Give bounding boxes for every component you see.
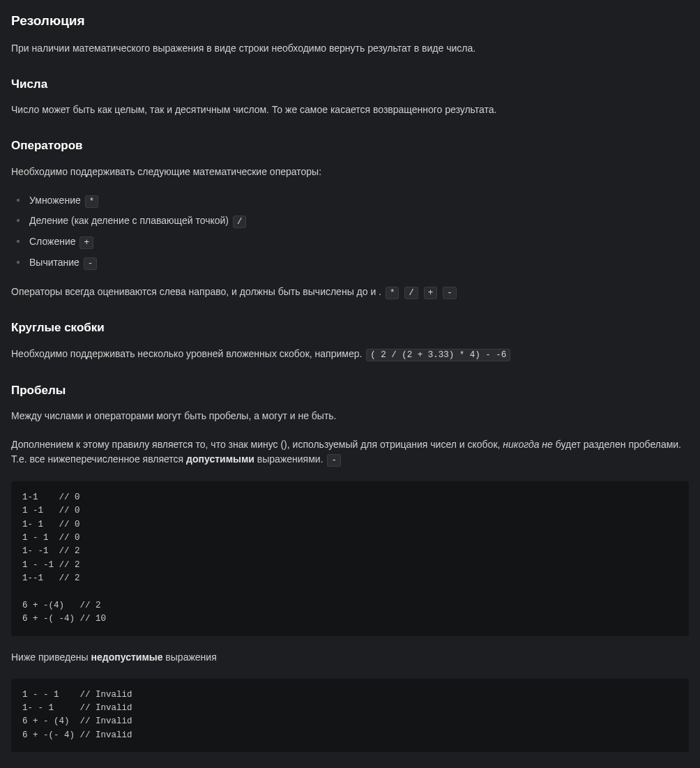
list-item-label: Сложение <box>29 236 76 247</box>
spaces-p2-a: Дополнением к этому правилу является то,… <box>11 439 503 450</box>
spaces-p2-strong: допустимыми <box>186 453 254 465</box>
resolution-section: Резолюция При наличии математического вы… <box>11 11 689 56</box>
operators-note: Операторы всегда оцениваются слева напра… <box>11 285 689 300</box>
spaces-p2: Дополнением к этому правилу является то,… <box>11 437 689 467</box>
invalid-intro-strong: недопустимые <box>91 652 163 663</box>
inline-code: - <box>84 257 98 270</box>
numbers-heading: Числа <box>11 75 689 93</box>
list-item: Вычитание - <box>11 255 689 271</box>
resolution-heading: Резолюция <box>11 11 689 31</box>
numbers-section: Числа Число может быть как целым, так и … <box>11 75 689 118</box>
invalid-intro: Ниже приведены недопустимые выражения <box>11 650 689 665</box>
operators-intro: Необходимо поддерживать следующие матема… <box>11 165 689 179</box>
inline-code: + <box>424 287 438 299</box>
list-item-label: Вычитание <box>29 257 79 268</box>
valid-examples-code: 1-1 // 0 1 -1 // 0 1- 1 // 0 1 - 1 // 0 … <box>11 481 689 636</box>
list-item: Деление (как деление с плавающей точкой)… <box>11 213 689 229</box>
parens-heading: Круглые скобки <box>11 319 689 337</box>
operators-section: Операторов Необходимо поддерживать следу… <box>11 137 689 299</box>
parens-section: Круглые скобки Необходимо поддерживать н… <box>11 319 689 361</box>
parens-text: Необходимо поддерживать несколько уровне… <box>11 347 689 362</box>
list-item: Сложение + <box>11 234 689 250</box>
operators-note-text: Операторы всегда оцениваются слева напра… <box>11 286 381 297</box>
list-item: Умножение * <box>11 193 689 209</box>
operators-list: Умножение * Деление (как деление с плава… <box>11 193 689 271</box>
invalid-intro-a: Ниже приведены <box>11 652 91 663</box>
invalid-intro-b: выражения <box>162 652 216 663</box>
resolution-text: При наличии математического выражения в … <box>11 41 689 56</box>
list-item-label: Деление (как деление с плавающей точкой) <box>29 215 229 226</box>
list-item-label: Умножение <box>29 195 81 206</box>
inline-code: - <box>443 287 457 299</box>
parens-text-before: Необходимо поддерживать несколько уровне… <box>11 348 362 359</box>
spaces-p1: Между числами и операторами могут быть п… <box>11 409 689 423</box>
invalid-examples-code: 1 - - 1 // Invalid 1- - 1 // Invalid 6 +… <box>11 679 689 753</box>
numbers-text: Число может быть как целым, так и десяти… <box>11 103 689 117</box>
inline-code: / <box>404 287 418 299</box>
inline-code: / <box>233 216 247 228</box>
inline-code: * <box>386 287 400 299</box>
inline-code: - <box>327 454 341 467</box>
spaces-section: Пробелы Между числами и операторами могу… <box>11 382 689 753</box>
inline-code: + <box>79 236 93 249</box>
spaces-p2-c: выражениями. <box>254 453 324 465</box>
spaces-heading: Пробелы <box>11 382 689 400</box>
inline-code: ( 2 / (2 + 3.33) * 4) - -6 <box>366 349 510 361</box>
spaces-p2-em: никогда не <box>503 439 553 450</box>
operators-heading: Операторов <box>11 137 689 155</box>
inline-code: * <box>85 195 99 208</box>
